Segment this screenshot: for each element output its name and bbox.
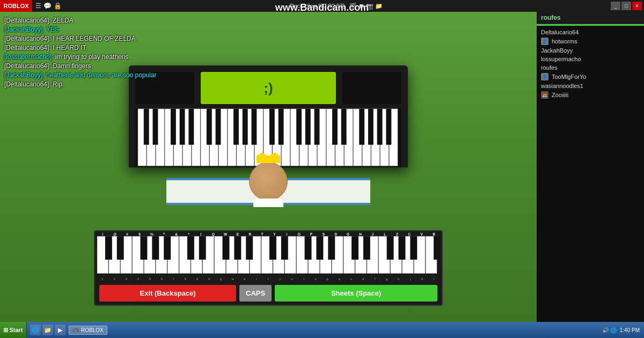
svg-rect-80 — [117, 236, 124, 260]
list-item: 🦊 Zooiiiii — [537, 90, 644, 100]
player-name: lossupermacho — [541, 56, 581, 62]
character-collar — [253, 199, 283, 207]
exit-button[interactable]: Exit (Backspace) — [99, 285, 236, 302]
player-icon: 👤 — [541, 73, 548, 80]
sheets-button[interactable]: Sheets (Space) — [275, 285, 437, 302]
svg-rect-30 — [153, 109, 158, 145]
taskbar-icon-folder[interactable]: 📁 — [42, 325, 53, 335]
svg-rect-86 — [223, 236, 230, 260]
current-player-header: roufes — [537, 12, 644, 24]
svg-rect-81 — [140, 236, 147, 260]
svg-rect-96 — [387, 236, 394, 260]
svg-rect-89 — [269, 236, 276, 260]
chat-panel: [Deltalucario64]: ZELDA [JackahBoyy]: YE… — [4, 16, 176, 89]
taskbar-active-window[interactable]: 🎮 ROBLOX — [69, 326, 107, 335]
chat-line: [JackahBoyy]: YES — [4, 25, 176, 34]
svg-rect-39 — [269, 109, 275, 145]
start-icon: ⊞ — [3, 327, 8, 334]
chat-text: heathens and demons are soo popular — [46, 71, 156, 79]
player-name: JackahBoyy — [541, 47, 573, 54]
svg-rect-37 — [243, 109, 248, 145]
taskbar-right: 🔊 🌐 1:40 PM — [602, 327, 644, 333]
player-list: Deltalucario64 👤 hotworms JackahBoyy los… — [537, 26, 644, 102]
chat-text: ZELDA — [53, 17, 74, 24]
character — [249, 162, 288, 216]
chat-name: [Deltalucario64]: — [4, 62, 51, 70]
toolbar-icon-1[interactable]: ☰ — [35, 2, 41, 10]
svg-rect-85 — [199, 236, 206, 260]
character-head — [249, 162, 288, 201]
player-name: Deltalucario64 — [541, 29, 579, 35]
chat-text: I HEARD IT. — [53, 44, 87, 52]
start-label: Start — [9, 327, 23, 333]
svg-rect-41 — [296, 109, 302, 145]
svg-rect-94 — [352, 236, 358, 260]
toolbar-icon-2[interactable]: 💬 — [43, 2, 52, 10]
caps-button[interactable]: CAPS — [239, 285, 272, 302]
svg-rect-40 — [279, 109, 284, 145]
taskbar-system-icons: 🔊 🌐 — [602, 327, 617, 333]
svg-rect-29 — [144, 109, 149, 145]
title-bar-icons: ☰ 💬 🔒 — [32, 2, 65, 10]
close-button[interactable]: ✕ — [632, 2, 642, 10]
start-button[interactable]: ⊞ Start — [0, 322, 27, 338]
player-name: TooMlgForYo — [552, 74, 586, 80]
svg-rect-46 — [359, 109, 364, 145]
player-name: hotworms — [552, 38, 577, 45]
active-window-icon: 🎮 — [72, 327, 79, 333]
svg-rect-44 — [332, 109, 338, 145]
svg-rect-49 — [386, 109, 391, 145]
svg-rect-92 — [316, 236, 323, 260]
chat-name: [lossupermacho]: — [4, 53, 53, 61]
list-item: Deltalucario64 — [537, 28, 644, 36]
chat-text: I HEAR LEGEND OF ZELDA — [53, 35, 136, 42]
svg-rect-91 — [305, 236, 312, 260]
app-logo: ROBLOX — [0, 0, 32, 12]
maximize-button[interactable]: □ — [621, 2, 631, 10]
active-window-label: ROBLOX — [81, 327, 104, 333]
svg-rect-43 — [314, 109, 320, 145]
player-name: wasiannoodles1 — [541, 83, 583, 89]
list-item: lossupermacho — [537, 55, 644, 63]
chat-line: [Deltalucario64]: I HEAR LEGEND OF ZELDA — [4, 34, 176, 43]
chat-name: [Deltalucario64]: — [4, 17, 51, 24]
chat-name: [JackahBoyy]: — [4, 26, 45, 33]
svg-rect-98 — [410, 236, 417, 260]
svg-rect-33 — [188, 109, 194, 145]
taskbar-icon-media[interactable]: ▶ — [55, 325, 65, 335]
chat-line: [lossupermacho]: im trying to play heath… — [4, 53, 176, 62]
svg-rect-97 — [398, 236, 405, 260]
title-bar: ROBLOX ☰ 💬 🔒 Recording [00:00:57] 🎬 ⏹ 📷 … — [0, 0, 644, 12]
taskbar-clock: 1:40 PM — [620, 327, 640, 333]
svg-rect-32 — [180, 109, 185, 145]
right-sidebar: roufes Deltalucario64 👤 hotworms JackahB… — [537, 12, 644, 322]
svg-rect-48 — [377, 109, 383, 145]
character-area — [129, 167, 408, 216]
taskbar-bottom: ⊞ Start 🌐 📁 ▶ 🎮 ROBLOX 🔊 🌐 1:40 PM — [0, 322, 644, 338]
bottom-piano-svg — [97, 236, 440, 275]
list-item: 👤 hotworms — [537, 36, 644, 46]
chat-line: [Deltalucario64]: I HEARD IT. — [4, 43, 176, 53]
chat-name: [Deltalucario64]: — [4, 80, 51, 88]
svg-rect-38 — [252, 109, 257, 145]
chat-name: [JackahBoyy]: — [4, 71, 45, 79]
svg-rect-87 — [234, 236, 241, 260]
bottom-piano-overlay: ! @ # $ % ^ & * ( Q W E R T Y I O P S D … — [94, 230, 443, 306]
svg-rect-79 — [105, 236, 112, 260]
bottom-key-labels: 1 2 3 4 5 6 7 8 9 0 q w e r t y u i o p … — [95, 277, 442, 282]
window-controls[interactable]: _ □ ✕ — [611, 2, 644, 10]
player-name: Zooiiiii — [552, 92, 568, 98]
bottom-piano-keys — [95, 236, 442, 277]
svg-rect-35 — [216, 109, 221, 145]
chat-line: [JackahBoyy]: heathens and demons are so… — [4, 71, 176, 80]
minimize-button[interactable]: _ — [611, 2, 620, 10]
taskbar-icon-browser[interactable]: 🌐 — [30, 325, 41, 335]
svg-rect-82 — [152, 236, 159, 260]
player-icon: 👤 — [541, 38, 548, 45]
svg-rect-36 — [233, 109, 239, 145]
chat-text: Damn fingers — [53, 62, 91, 70]
toolbar-icon-3[interactable]: 🔒 — [54, 2, 62, 10]
recording-label: Recording [00:00:57] 🎬 ⏹ 📷 📁 — [65, 3, 611, 10]
svg-rect-99 — [434, 236, 440, 260]
svg-rect-31 — [171, 109, 176, 145]
